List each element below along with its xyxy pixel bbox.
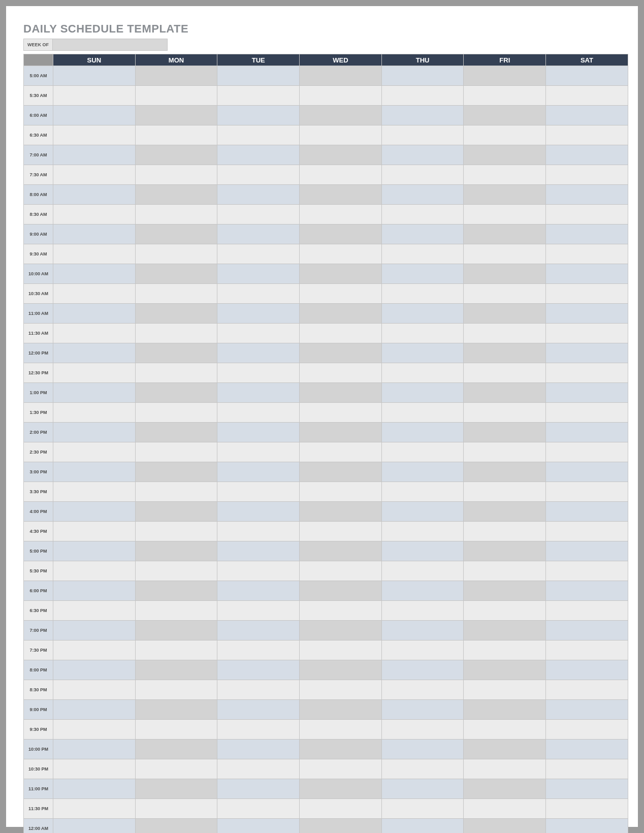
schedule-cell[interactable] [217,125,300,145]
schedule-cell[interactable] [217,799,300,819]
schedule-cell[interactable] [135,799,217,819]
schedule-cell[interactable] [546,185,628,205]
schedule-cell[interactable] [135,700,217,720]
schedule-cell[interactable] [135,125,217,145]
schedule-cell[interactable] [546,66,628,86]
schedule-cell[interactable] [464,482,546,502]
schedule-cell[interactable] [300,324,382,343]
schedule-cell[interactable] [381,264,464,284]
schedule-cell[interactable] [546,383,628,403]
schedule-cell[interactable] [300,720,382,740]
schedule-cell[interactable] [217,621,300,640]
schedule-cell[interactable] [217,561,300,581]
schedule-cell[interactable] [381,106,464,125]
week-of-input[interactable] [53,39,168,51]
schedule-cell[interactable] [300,145,382,165]
schedule-cell[interactable] [217,740,300,759]
schedule-cell[interactable] [135,66,217,86]
schedule-cell[interactable] [53,86,136,106]
schedule-cell[interactable] [464,244,546,264]
schedule-cell[interactable] [300,640,382,660]
schedule-cell[interactable] [135,383,217,403]
schedule-cell[interactable] [53,225,136,244]
schedule-cell[interactable] [300,185,382,205]
schedule-cell[interactable] [135,363,217,383]
schedule-cell[interactable] [135,561,217,581]
schedule-cell[interactable] [217,343,300,363]
schedule-cell[interactable] [300,482,382,502]
schedule-cell[interactable] [300,561,382,581]
schedule-cell[interactable] [546,502,628,522]
schedule-cell[interactable] [381,383,464,403]
schedule-cell[interactable] [217,205,300,225]
schedule-cell[interactable] [464,205,546,225]
schedule-cell[interactable] [546,482,628,502]
schedule-cell[interactable] [381,581,464,601]
schedule-cell[interactable] [546,86,628,106]
schedule-cell[interactable] [217,720,300,740]
schedule-cell[interactable] [135,779,217,799]
schedule-cell[interactable] [546,561,628,581]
schedule-cell[interactable] [300,621,382,640]
schedule-cell[interactable] [381,185,464,205]
schedule-cell[interactable] [53,700,136,720]
schedule-cell[interactable] [53,324,136,343]
schedule-cell[interactable] [381,482,464,502]
schedule-cell[interactable] [135,225,217,244]
schedule-cell[interactable] [135,304,217,324]
schedule-cell[interactable] [53,185,136,205]
schedule-cell[interactable] [381,601,464,621]
schedule-cell[interactable] [135,442,217,462]
schedule-cell[interactable] [135,324,217,343]
schedule-cell[interactable] [217,700,300,720]
schedule-cell[interactable] [53,264,136,284]
schedule-cell[interactable] [135,106,217,125]
schedule-cell[interactable] [381,779,464,799]
schedule-cell[interactable] [300,343,382,363]
schedule-cell[interactable] [135,284,217,304]
schedule-cell[interactable] [464,819,546,834]
schedule-cell[interactable] [300,601,382,621]
schedule-cell[interactable] [53,363,136,383]
schedule-cell[interactable] [135,601,217,621]
schedule-cell[interactable] [546,680,628,700]
schedule-cell[interactable] [217,442,300,462]
schedule-cell[interactable] [53,779,136,799]
schedule-cell[interactable] [217,264,300,284]
schedule-cell[interactable] [135,621,217,640]
schedule-cell[interactable] [135,264,217,284]
schedule-cell[interactable] [381,86,464,106]
schedule-cell[interactable] [546,125,628,145]
schedule-cell[interactable] [546,522,628,541]
schedule-cell[interactable] [300,125,382,145]
schedule-cell[interactable] [546,640,628,660]
schedule-cell[interactable] [217,145,300,165]
schedule-cell[interactable] [53,640,136,660]
schedule-cell[interactable] [381,284,464,304]
schedule-cell[interactable] [300,383,382,403]
schedule-cell[interactable] [381,700,464,720]
schedule-cell[interactable] [381,225,464,244]
schedule-cell[interactable] [217,225,300,244]
schedule-cell[interactable] [464,680,546,700]
schedule-cell[interactable] [381,205,464,225]
schedule-cell[interactable] [546,799,628,819]
schedule-cell[interactable] [300,700,382,720]
schedule-cell[interactable] [464,423,546,442]
schedule-cell[interactable] [381,66,464,86]
schedule-cell[interactable] [300,522,382,541]
schedule-cell[interactable] [135,205,217,225]
schedule-cell[interactable] [381,561,464,581]
schedule-cell[interactable] [546,304,628,324]
schedule-cell[interactable] [546,343,628,363]
schedule-cell[interactable] [381,165,464,185]
schedule-cell[interactable] [381,244,464,264]
schedule-cell[interactable] [135,680,217,700]
schedule-cell[interactable] [217,304,300,324]
schedule-cell[interactable] [464,660,546,680]
schedule-cell[interactable] [546,541,628,561]
schedule-cell[interactable] [217,502,300,522]
schedule-cell[interactable] [217,581,300,601]
schedule-cell[interactable] [300,264,382,284]
schedule-cell[interactable] [464,740,546,759]
